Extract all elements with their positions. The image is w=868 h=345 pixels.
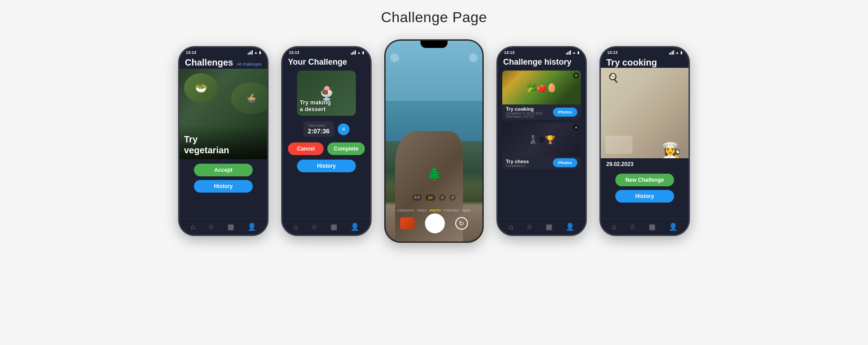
phone-2-challenge-label: Try making a dessert	[300, 99, 331, 113]
phone-1-challenge-image: 🥗 🍲 Try vegetarian	[179, 69, 267, 159]
phone-5-heading: Try cooking	[601, 56, 689, 68]
phone-2-history-row: History	[283, 158, 370, 174]
phone-4-time: 13:13	[504, 50, 514, 55]
nav-home-icon[interactable]: ⌂	[190, 223, 195, 231]
phone-1-nav: ⌂ ☆ ▦ 👤	[179, 218, 267, 235]
phone-2-history-button[interactable]: History	[297, 160, 356, 172]
phone-5-wifi-icon: ▲	[675, 51, 679, 55]
nav-star-icon-5[interactable]: ☆	[629, 222, 636, 231]
shutter-button[interactable]	[425, 213, 445, 233]
history-card-1-time: Time taken: 3:07:22	[506, 115, 542, 118]
cancel-button[interactable]: Cancel	[288, 142, 324, 155]
new-challenge-button[interactable]: New Challenge	[615, 174, 674, 186]
nav-calendar-icon[interactable]: ▦	[227, 222, 234, 231]
phone-2-signal: ▲ ▮	[351, 50, 364, 55]
camera-thumbnail	[400, 217, 415, 229]
phone-5-challenge-image: 👩‍🍳 🍳	[601, 68, 689, 158]
camera-flip-button[interactable]: ↻	[455, 217, 468, 230]
phone-3-notch	[420, 41, 448, 48]
phone-1-time: 13:13	[186, 50, 196, 55]
phone-4-wifi-icon: ▲	[572, 51, 576, 55]
zoom-3[interactable]: 3	[449, 194, 456, 201]
pause-button[interactable]: ⏸	[338, 123, 349, 135]
nav-profile-icon[interactable]: 👤	[247, 222, 256, 231]
history-card-1-photos-button[interactable]: Photos	[553, 108, 578, 117]
nav-profile-icon-4[interactable]: 👤	[566, 222, 575, 231]
zoom-0.5[interactable]: 0.5	[412, 194, 422, 201]
phone-5-nav: ⌂ ☆ ▦ 👤	[601, 218, 689, 235]
phone-2-timer-row: Time taken 2:07:36 ⏸	[283, 121, 370, 137]
camera-back-button[interactable]: ‹	[390, 53, 399, 62]
history-card-1-close[interactable]: ✕	[573, 72, 579, 79]
nav-profile-icon-2[interactable]: 👤	[350, 222, 359, 231]
phone-4-signal: ▲ ▮	[566, 50, 579, 55]
phone-1-battery-icon: ▮	[259, 51, 261, 55]
phone-5-time: 13:13	[607, 50, 618, 55]
phone-2-header: Your Challenge	[283, 56, 370, 68]
zoom-2[interactable]: 2	[439, 194, 445, 201]
accept-button[interactable]: Accept	[194, 164, 253, 176]
history-card-2-photos-button[interactable]: Photos	[553, 158, 578, 167]
food-bowl-icon: 🥗	[184, 73, 218, 103]
phone-1-signal: ▲ ▮	[248, 50, 261, 55]
phone-2-wifi-icon: ▲	[357, 51, 361, 55]
phone-5-signal: ▲ ▮	[669, 50, 682, 55]
phone-4-battery-icon: ▮	[577, 51, 579, 55]
phone-2-nav: ⌂ ☆ ▦ 👤	[283, 218, 370, 235]
nav-star-icon-2[interactable]: ☆	[311, 222, 317, 231]
mode-cinematic[interactable]: CINEMATIC	[397, 209, 414, 212]
nav-home-icon-2[interactable]: ⌂	[293, 223, 298, 231]
phone-2-your-challenge: 13:13 ▲ ▮ Your Challenge 🍨 Try making	[281, 46, 372, 236]
phone-3-camera: 🌲 ‹ ⋯ 0.5 1× 2 3 CINEMATIC VIDEO	[384, 39, 484, 243]
history-card-1-image-wrapper: 🥦🍅🥚 ✕	[502, 71, 581, 104]
phone-2-content: Your Challenge 🍨 Try making a dessert Ti…	[283, 56, 370, 218]
camera-viewfinder: 🌲 ‹ ⋯ 0.5 1× 2 3 CINEMATIC VIDEO	[386, 41, 482, 241]
phone-1-content: Challenges All challenges 🥗 🍲 Try vegeta…	[179, 56, 267, 218]
phone-1-challenge-label: Try vegetarian	[184, 134, 263, 156]
nav-home-icon-4[interactable]: ⌂	[509, 223, 513, 231]
camera-tree-icon: 🌲	[426, 166, 442, 181]
phone-1-wifi-icon: ▲	[254, 51, 258, 55]
nav-calendar-icon-5[interactable]: ▦	[649, 222, 656, 231]
phone-5-battery-icon: ▮	[680, 51, 682, 55]
nav-calendar-icon-2[interactable]: ▦	[330, 222, 337, 231]
phone-5-history-button[interactable]: History	[615, 190, 674, 203]
phone-1-challenges: 13:13 ▲ ▮ Challenges All challenges 🥗	[178, 46, 269, 236]
history-card-2-image-wrapper: ♟️♔🏆 ✕	[502, 123, 581, 156]
nav-star-icon-4[interactable]: ☆	[526, 222, 533, 231]
cooking-card-image: 🥦🍅🥚	[502, 71, 581, 104]
nav-star-icon[interactable]: ☆	[208, 222, 214, 231]
all-challenges-link[interactable]: All challenges	[236, 62, 262, 66]
mode-photo[interactable]: PHOTO	[429, 209, 441, 212]
history-card-1-name: Try cooking	[506, 106, 542, 112]
phone-4-notch	[528, 47, 555, 55]
phone-2-time: 13:13	[289, 50, 299, 55]
history-card-1-text: Try cooking Completed on 29.02.2023 Time…	[506, 106, 542, 118]
history-card-2-text: Try chess Completed on ...	[506, 159, 529, 167]
phone-2-timer-label: Time taken	[308, 123, 330, 128]
history-card-2-info: Try chess Completed on ... Photos	[502, 156, 581, 169]
zoom-1x[interactable]: 1×	[425, 194, 435, 201]
camera-mode-row: CINEMATIC VIDEO PHOTO PORTRAIT PANO	[386, 209, 482, 212]
phone-2-notch	[313, 47, 340, 55]
mode-video[interactable]: VIDEO	[417, 209, 427, 212]
history-card-2-completed: Completed on ...	[506, 164, 529, 167]
camera-options-button[interactable]: ⋯	[469, 53, 478, 62]
mode-pano[interactable]: PANO	[462, 209, 471, 212]
page-title: Challenge Page	[381, 9, 487, 26]
nav-profile-icon-5[interactable]: 👤	[669, 222, 678, 231]
history-card-1-completed: Completed on 29.02.2023	[506, 112, 542, 115]
phone-2-timer-box: Time taken 2:07:36	[303, 121, 334, 137]
mode-portrait[interactable]: PORTRAIT	[443, 209, 459, 212]
nav-home-icon-5[interactable]: ⌂	[612, 223, 616, 231]
phone-3-content: 🌲 ‹ ⋯ 0.5 1× 2 3 CINEMATIC VIDEO	[386, 41, 482, 241]
nav-calendar-icon-4[interactable]: ▦	[546, 222, 552, 231]
phone-1-history-button[interactable]: History	[194, 180, 253, 193]
camera-shutter-row: ↻	[386, 213, 482, 233]
complete-button[interactable]: Complete	[327, 142, 365, 155]
phone-5-content: Try cooking 👩‍🍳 🍳 29.02.2023 New Challen…	[601, 56, 689, 218]
food-plate-icon: 🍲	[231, 82, 267, 114]
phone-2-challenge-image: 🍨 Try making a dessert	[297, 71, 356, 116]
history-card-2-close[interactable]: ✕	[573, 124, 579, 131]
phone-2-battery-icon: ▮	[362, 51, 364, 55]
